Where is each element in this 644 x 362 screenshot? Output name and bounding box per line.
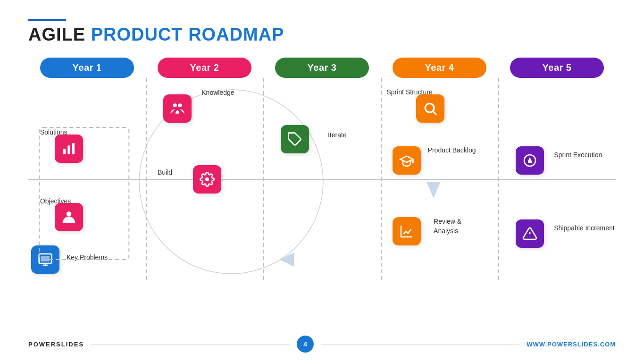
col-line-2 bbox=[263, 78, 264, 281]
year-badge-4: Year 4 bbox=[393, 58, 486, 78]
year-col-2: Year 2 bbox=[146, 58, 263, 78]
iterate-icon-box bbox=[281, 125, 309, 153]
title-area: AGILE PRODUCT ROADMAP bbox=[28, 19, 616, 43]
year-badge-5: Year 5 bbox=[510, 58, 604, 78]
knowledge-icon-box bbox=[163, 94, 192, 123]
footer: POWERSLIDES 4 WWW.POWERSLIDES.COM bbox=[28, 336, 616, 353]
team-icon bbox=[170, 101, 185, 116]
title-part2: PRODUCT ROADMAP bbox=[85, 25, 284, 44]
year-col-1: Year 1 bbox=[28, 58, 146, 78]
product-backlog-icon-box bbox=[393, 146, 421, 175]
year-col-4: Year 4 bbox=[381, 58, 498, 78]
search-icon bbox=[423, 101, 438, 116]
title-underline bbox=[28, 19, 66, 21]
year-badge-2: Year 2 bbox=[158, 58, 251, 78]
col-line-3 bbox=[381, 78, 382, 281]
knowledge-label: Knowledge bbox=[201, 89, 234, 96]
review-analysis-icon-box bbox=[393, 217, 421, 245]
svg-point-8 bbox=[178, 103, 182, 107]
build-label: Build bbox=[158, 168, 172, 176]
slide: AGILE PRODUCT ROADMAP Year 1 Year 2 Year… bbox=[0, 0, 644, 362]
sprint-execution-label: Sprint Execution bbox=[554, 151, 602, 159]
year-headers: Year 1 Year 2 Year 3 Year 4 Year 5 bbox=[28, 58, 616, 78]
soccer-icon bbox=[522, 153, 537, 168]
sprint-execution-icon-box bbox=[516, 146, 544, 175]
tag-icon bbox=[287, 132, 302, 147]
svg-rect-18 bbox=[39, 127, 129, 260]
left-arrow bbox=[275, 248, 299, 271]
build-icon-box bbox=[193, 165, 221, 194]
col-line-4 bbox=[498, 78, 499, 281]
product-backlog-label: Product Backlog bbox=[428, 146, 476, 154]
gear-icon bbox=[200, 172, 215, 187]
page-number: 4 bbox=[297, 336, 314, 353]
sprint-structure-icon-box bbox=[416, 94, 444, 123]
svg-point-7 bbox=[173, 103, 177, 107]
footer-brand: POWERSLIDES bbox=[28, 341, 84, 348]
svg-marker-15 bbox=[528, 157, 532, 161]
footer-website: WWW.POWERSLIDES.COM bbox=[527, 341, 616, 348]
shippable-increment-icon-box bbox=[516, 219, 544, 248]
review-analysis-label: Review &Analysis bbox=[434, 217, 461, 236]
col-line-1 bbox=[146, 78, 147, 281]
footer-line-left bbox=[91, 344, 290, 345]
page-title: AGILE PRODUCT ROADMAP bbox=[28, 25, 616, 43]
title-part1: AGILE bbox=[28, 25, 85, 44]
year1-dashed-border bbox=[28, 125, 140, 262]
footer-line-right bbox=[321, 344, 519, 345]
svg-marker-13 bbox=[427, 182, 441, 198]
bar-chart-up-icon bbox=[399, 224, 414, 239]
warning-icon bbox=[522, 226, 537, 241]
svg-marker-10 bbox=[280, 253, 294, 267]
shippable-increment-label: Shippable Increment bbox=[554, 224, 614, 232]
sprint-structure-label: Sprint Structure bbox=[386, 88, 432, 96]
year-badge-3: Year 3 bbox=[275, 58, 369, 78]
year-col-3: Year 3 bbox=[263, 58, 381, 78]
svg-point-11 bbox=[425, 103, 434, 112]
down-arrow bbox=[422, 177, 445, 203]
roadmap-body: Solutions Objectives Key Problems Knowle… bbox=[28, 78, 616, 281]
iterate-label: Iterate bbox=[328, 131, 347, 139]
svg-line-12 bbox=[433, 111, 436, 115]
year-col-5: Year 5 bbox=[498, 58, 616, 78]
graduation-icon bbox=[399, 153, 414, 168]
year-badge-1: Year 1 bbox=[40, 58, 134, 78]
